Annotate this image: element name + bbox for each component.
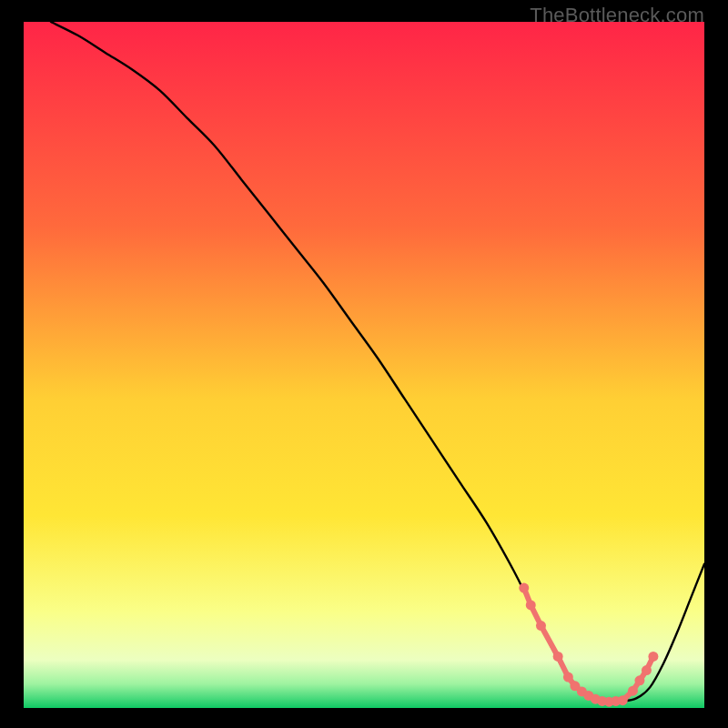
curve-marker-dot xyxy=(648,652,658,662)
chart-frame xyxy=(24,22,704,708)
gradient-background xyxy=(24,22,704,708)
bottleneck-chart xyxy=(24,22,704,708)
